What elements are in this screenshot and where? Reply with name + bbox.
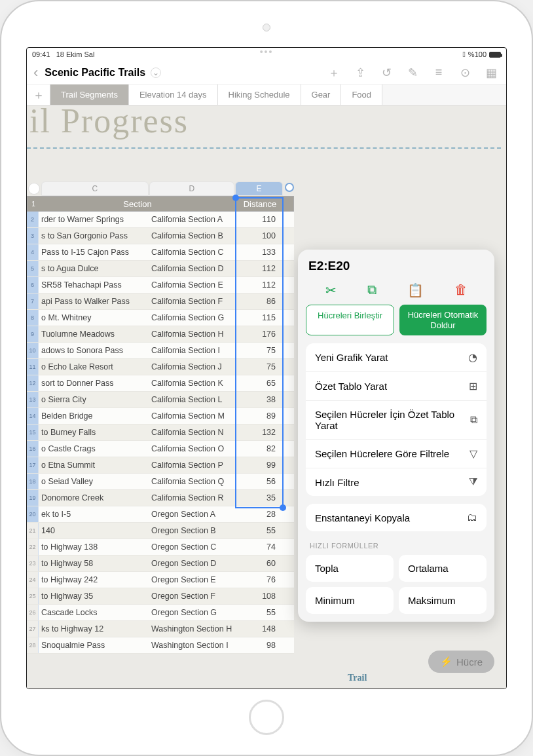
cell-trail[interactable]: sort to Donner Pass (39, 375, 147, 391)
table-row[interactable]: 21140Oregon Section B55 (27, 523, 294, 539)
format-brush-icon[interactable]: ✎ (401, 66, 424, 80)
row-number[interactable]: 22 (27, 539, 39, 555)
cell-distance[interactable]: 115 (234, 310, 282, 326)
row-number[interactable]: 12 (27, 375, 39, 391)
cell-trail[interactable]: to Highway 138 (39, 539, 147, 555)
table-row[interactable]: 5s to Agua DulceCalifornia Section D112 (27, 261, 294, 277)
tab-elevation[interactable]: Elevation 14 days (129, 85, 218, 105)
cell-distance[interactable]: 99 (234, 457, 282, 473)
table-row[interactable]: 10adows to Sonora PassCalifornia Section… (27, 343, 294, 359)
row-number[interactable]: 10 (27, 343, 39, 358)
cell-section[interactable]: Oregon Section C (147, 539, 234, 555)
cell-trail[interactable]: 140 (39, 523, 147, 539)
cell-section[interactable]: Oregon Section E (147, 572, 234, 588)
cell-section[interactable]: California Section C (147, 244, 234, 260)
row-number[interactable]: 13 (27, 392, 39, 407)
row-number[interactable]: 18 (27, 474, 39, 489)
cell-distance[interactable]: 38 (234, 392, 282, 407)
cell-distance[interactable]: 89 (234, 408, 282, 424)
table-row[interactable]: 24to Highway 242Oregon Section E76 (27, 572, 294, 588)
title-dropdown-icon[interactable]: ⌄ (151, 67, 161, 78)
home-button[interactable] (249, 700, 284, 735)
tab-hiking-schedule[interactable]: Hiking Schedule (218, 85, 301, 105)
delete-icon[interactable]: 🗑 (454, 282, 468, 298)
row-number[interactable]: 5 (27, 261, 39, 276)
cell-section[interactable]: California Section G (147, 310, 234, 326)
cell-distance[interactable]: 108 (234, 588, 282, 604)
row-number[interactable]: 24 (27, 572, 39, 588)
cell-trail[interactable]: to Burney Falls (39, 425, 147, 440)
cell-distance[interactable]: 133 (234, 244, 282, 260)
table-row[interactable]: 11o Echo Lake ResortCalifornia Section J… (27, 359, 294, 375)
cell-section[interactable]: Oregon Section G (147, 605, 234, 620)
cell-trail[interactable]: to Highway 35 (39, 588, 147, 604)
formula-min[interactable]: Minimum (306, 587, 394, 614)
column-resize-handle[interactable] (285, 183, 294, 192)
cell-distance[interactable]: 98 (234, 637, 282, 653)
cut-icon[interactable]: ✂ (325, 282, 337, 298)
cell-distance[interactable]: 112 (234, 261, 282, 276)
row-number[interactable]: 4 (27, 244, 39, 260)
autofill-cells-button[interactable]: Hücreleri Otomatik Doldur (399, 305, 487, 335)
cell-trail[interactable]: s to Agua Dulce (39, 261, 147, 276)
table-row[interactable]: 6SR58 Tehachapi PassCalifornia Section E… (27, 277, 294, 293)
menu-pivot-table[interactable]: Özet Tablo Yarat ⊞ (306, 372, 487, 401)
cell-distance[interactable]: 82 (234, 441, 282, 457)
add-icon[interactable]: ＋ (323, 65, 345, 81)
cell-section[interactable]: California Section P (147, 457, 234, 473)
cell-trail[interactable]: to Highway 58 (39, 556, 147, 571)
row-number[interactable]: 11 (27, 359, 39, 375)
table-row[interactable]: 4Pass to I-15 Cajon PassCalifornia Secti… (27, 244, 294, 261)
row-number[interactable]: 2 (27, 212, 39, 227)
formula-max[interactable]: Maksimum (399, 587, 487, 614)
spreadsheet-canvas[interactable]: il Progress C D E 1 Section Distance 2rd… (27, 105, 506, 689)
menu-new-chart[interactable]: Yeni Grafik Yarat ◔ (306, 343, 487, 372)
cell-section[interactable]: California Section A (147, 212, 234, 227)
organize-icon[interactable]: ≡ (428, 66, 450, 79)
cell-trail[interactable]: o Echo Lake Resort (39, 359, 147, 375)
cell-distance[interactable]: 110 (234, 212, 282, 227)
cell-trail[interactable]: Snoqualmie Pass (39, 637, 147, 653)
cell-distance[interactable]: 74 (234, 539, 282, 555)
cell-section[interactable]: Washington Section I (147, 637, 234, 653)
menu-quick-filter[interactable]: Hızlı Filtre ⧩ (306, 468, 487, 496)
cell-section[interactable]: California Section H (147, 326, 234, 342)
row-number[interactable]: 9 (27, 326, 39, 342)
cell-trail[interactable]: o Castle Crags (39, 441, 147, 457)
column-d[interactable]: D (149, 181, 234, 196)
cell-distance[interactable]: 86 (234, 293, 282, 309)
table-row[interactable]: 17o Etna SummitCalifornia Section P99 (27, 457, 294, 474)
row-number[interactable]: 25 (27, 588, 39, 604)
cell-distance[interactable]: 100 (234, 228, 282, 244)
row-number[interactable]: 20 (27, 506, 39, 522)
undo-icon[interactable]: ↺ (375, 66, 397, 80)
cell-trail[interactable]: ek to I-5 (39, 506, 147, 522)
select-all-handle[interactable] (28, 183, 40, 195)
cell-trail[interactable]: api Pass to Walker Pass (39, 293, 147, 309)
merge-cells-button[interactable]: Hücreleri Birleştir (306, 305, 394, 335)
tab-food[interactable]: Food (341, 85, 382, 105)
cell-section[interactable]: Oregon Section A (147, 506, 234, 522)
table-row[interactable]: 25to Highway 35Oregon Section F108 (27, 588, 294, 605)
menu-copy-snapshot[interactable]: Enstantaneyi Kopyala 🗂 (306, 504, 487, 531)
cell-trail[interactable]: ks to Highway 12 (39, 621, 147, 637)
more-icon[interactable]: ⊙ (454, 66, 476, 80)
table-row[interactable]: 13o Sierra CityCalifornia Section L38 (27, 392, 294, 408)
cell-section[interactable]: California Section L (147, 392, 234, 407)
formula-avg[interactable]: Ortalama (399, 555, 487, 582)
cell-section[interactable]: California Section E (147, 277, 234, 293)
insert-icon[interactable]: ▦ (480, 66, 502, 80)
cell-distance[interactable]: 148 (234, 621, 282, 637)
cell-section[interactable]: California Section I (147, 343, 234, 358)
table-header-row[interactable]: 1 Section Distance (27, 196, 294, 212)
cell-distance[interactable]: 176 (234, 326, 282, 342)
formula-sum[interactable]: Topla (306, 555, 394, 582)
cell-distance[interactable]: 56 (234, 474, 282, 489)
table-row[interactable]: 3s to San Gorgonio PassCalifornia Sectio… (27, 228, 294, 244)
row-number[interactable]: 8 (27, 310, 39, 326)
multitask-dots[interactable]: ••• (260, 47, 274, 57)
table-row[interactable]: 2rder to Warner SpringsCalifornia Sectio… (27, 212, 294, 228)
tab-gear[interactable]: Gear (301, 85, 342, 105)
add-sheet-button[interactable]: ＋ (27, 85, 50, 105)
row-number[interactable]: 7 (27, 293, 39, 309)
